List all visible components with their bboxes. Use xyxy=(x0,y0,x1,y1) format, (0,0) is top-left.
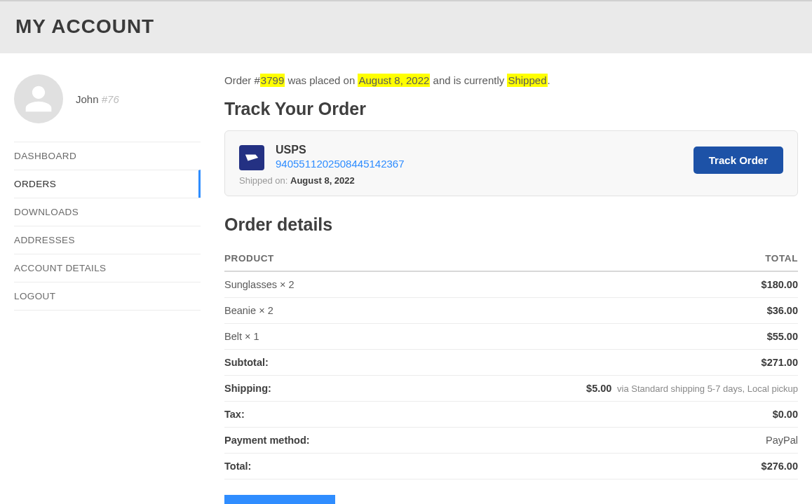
profile-text: John #76 xyxy=(76,93,119,105)
order-number: 3799 xyxy=(260,74,285,87)
product-cell: Beanie × 2 xyxy=(224,298,389,324)
total-value-cell: $271.00 xyxy=(389,350,798,376)
total-value-cell: $5.00 via Standard shipping 5-7 days, Lo… xyxy=(389,376,798,402)
total-label-cell: Shipping: xyxy=(224,376,389,402)
sidebar-item-account-details[interactable]: ACCOUNT DETAILS xyxy=(14,254,201,282)
sidebar-item-label[interactable]: LOGOUT xyxy=(14,282,201,310)
table-row: Payment method:PayPal xyxy=(224,428,798,454)
tracking-box: USPS 9405511202508445142367 Shipped on: … xyxy=(224,130,798,196)
sidebar-item-label[interactable]: ACCOUNT DETAILS xyxy=(14,254,201,282)
order-summary-mid1: was placed on xyxy=(285,74,358,86)
carrier-name: USPS xyxy=(276,144,682,156)
total-label-cell: Total: xyxy=(224,454,389,479)
sidebar-item-dashboard[interactable]: DASHBOARD xyxy=(14,142,201,170)
track-order-button[interactable]: Track Order xyxy=(693,147,783,174)
shipped-on-label: Shipped on: xyxy=(239,175,290,186)
track-heading: Track Your Order xyxy=(224,99,798,119)
page-body: John #76 DASHBOARDORDERSDOWNLOADSADDRESS… xyxy=(0,53,812,504)
sidebar-item-orders[interactable]: ORDERS xyxy=(14,170,201,198)
sidebar-item-downloads[interactable]: DOWNLOADS xyxy=(14,198,201,226)
order-details-heading: Order details xyxy=(224,214,798,235)
sidebar-item-label[interactable]: ORDERS xyxy=(14,170,198,198)
shipped-on: Shipped on: August 8, 2022 xyxy=(239,175,682,186)
total-value-cell: PayPal xyxy=(389,428,798,454)
order-summary-mid2: and is currently xyxy=(430,74,507,86)
total-value-cell: $276.00 xyxy=(389,454,798,479)
product-cell: Belt × 1 xyxy=(224,324,389,350)
sidebar: John #76 DASHBOARDORDERSDOWNLOADSADDRESS… xyxy=(14,74,201,504)
tracking-info: USPS 9405511202508445142367 Shipped on: … xyxy=(276,144,682,186)
total-label-cell: Payment method: xyxy=(224,428,389,454)
total-cell: $55.00 xyxy=(389,324,798,350)
total-cell: $36.00 xyxy=(389,298,798,324)
total-cell: $180.00 xyxy=(389,271,798,298)
sidebar-item-label[interactable]: ADDRESSES xyxy=(14,226,201,254)
total-value-cell: $0.00 xyxy=(389,402,798,428)
product-cell: Sunglasses × 2 xyxy=(224,271,389,298)
usps-icon xyxy=(239,145,264,170)
order-summary-prefix: Order # xyxy=(224,74,260,86)
sidebar-nav: DASHBOARDORDERSDOWNLOADSADDRESSESACCOUNT… xyxy=(14,142,201,311)
tracking-number-link[interactable]: 9405511202508445142367 xyxy=(276,158,405,170)
profile-block: John #76 xyxy=(14,74,201,142)
order-summary: Order #3799 was placed on August 8, 2022… xyxy=(224,74,798,86)
page-title: MY ACCOUNT xyxy=(15,15,797,38)
order-summary-suffix: . xyxy=(548,74,550,86)
main-content: Order #3799 was placed on August 8, 2022… xyxy=(224,74,798,504)
profile-id: #76 xyxy=(102,93,119,105)
table-row: Sunglasses × 2$180.00 xyxy=(224,271,798,298)
sidebar-item-logout[interactable]: LOGOUT xyxy=(14,282,201,311)
total-label-cell: Subtotal: xyxy=(224,350,389,376)
order-again-button[interactable]: ORDER AGAIN xyxy=(224,495,335,504)
sidebar-item-addresses[interactable]: ADDRESSES xyxy=(14,226,201,254)
sidebar-item-label[interactable]: DASHBOARD xyxy=(14,142,201,170)
col-product: PRODUCT xyxy=(224,246,389,271)
avatar xyxy=(14,74,63,123)
table-row: Shipping:$5.00 via Standard shipping 5-7… xyxy=(224,376,798,402)
page-header: MY ACCOUNT xyxy=(0,0,812,53)
order-status: Shipped xyxy=(507,74,547,87)
shipped-on-date: August 8, 2022 xyxy=(290,175,355,186)
sidebar-item-label[interactable]: DOWNLOADS xyxy=(14,198,201,226)
col-total: TOTAL xyxy=(389,246,798,271)
user-icon xyxy=(23,83,54,114)
table-row: Tax:$0.00 xyxy=(224,402,798,428)
profile-name: John xyxy=(76,93,99,105)
table-row: Belt × 1$55.00 xyxy=(224,324,798,350)
table-row: Subtotal:$271.00 xyxy=(224,350,798,376)
table-row: Beanie × 2$36.00 xyxy=(224,298,798,324)
order-date: August 8, 2022 xyxy=(358,74,430,87)
table-row: Total:$276.00 xyxy=(224,454,798,479)
order-details-table: PRODUCT TOTAL Sunglasses × 2$180.00Beani… xyxy=(224,246,798,479)
total-label-cell: Tax: xyxy=(224,402,389,428)
